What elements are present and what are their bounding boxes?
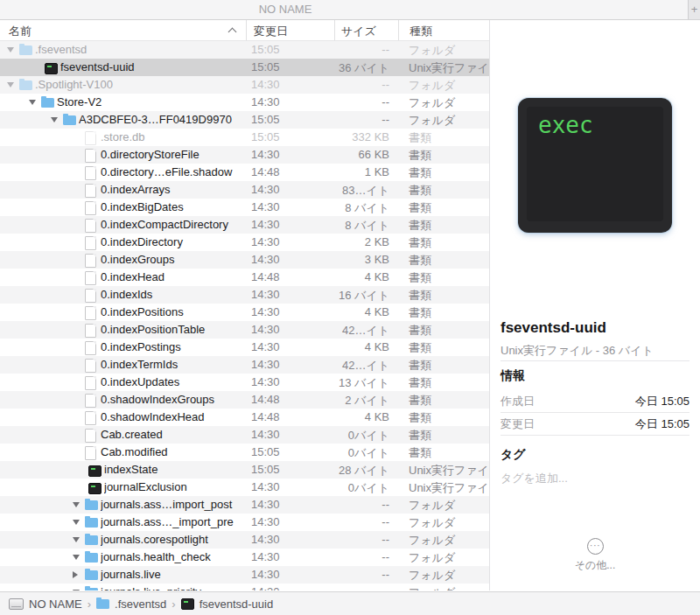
disclosure-triangle-open[interactable] <box>51 117 58 122</box>
file-size: 28 バイト <box>326 463 389 479</box>
breadcrumb-item[interactable]: NO NAME <box>9 598 82 611</box>
file-date: 14:30 <box>251 183 280 196</box>
file-date: 14:30 <box>251 358 280 371</box>
file-row[interactable]: .Spotlight-V10014:30--フォルダ <box>0 76 489 94</box>
file-row[interactable]: 0.indexPositionTable14:3042…イト書類 <box>0 321 489 339</box>
plus-icon: + <box>691 3 698 16</box>
file-name: 0.indexCompactDirectory <box>101 218 242 231</box>
file-row[interactable]: journals.ass…import_post14:30--フォルダ <box>0 496 489 514</box>
tags-section-heading: タグ <box>500 447 526 463</box>
file-row[interactable]: journals.live_priority14:30--フォルダ <box>0 584 489 591</box>
file-row[interactable]: journalExclusion14:300バイトUnix実行ファイル <box>0 479 489 496</box>
disclosure-triangle-closed[interactable] <box>73 571 78 578</box>
disclosure-triangle-open[interactable] <box>73 520 80 525</box>
file-name: 0.indexUpdates <box>101 375 242 388</box>
info-label: 変更日 <box>500 416 535 432</box>
file-row[interactable]: 0.indexHead14:484 KB書類 <box>0 269 489 286</box>
file-row[interactable]: journals.live14:30--フォルダ <box>0 566 489 584</box>
file-kind: 書類 <box>409 148 489 164</box>
column-header-name[interactable]: 名前 <box>9 24 32 39</box>
file-row[interactable]: 0.directoryStoreFile14:3066 KB書類 <box>0 146 489 164</box>
file-row[interactable]: 0.indexUpdates14:3013 バイト書類 <box>0 374 489 391</box>
window-title: NO NAME <box>0 0 570 19</box>
file-row[interactable]: 0.indexArrays14:3083…イト書類 <box>0 181 489 199</box>
column-divider[interactable] <box>246 20 247 40</box>
file-row[interactable]: fseventsd-uuid15:0536 バイトUnix実行ファイル <box>0 59 489 76</box>
column-header-kind[interactable]: 種類 <box>410 24 432 39</box>
disclosure-triangle-open[interactable] <box>29 100 36 105</box>
document-icon <box>85 429 96 443</box>
file-date: 14:30 <box>251 568 280 581</box>
file-kind: Unix実行ファイル <box>409 60 489 76</box>
file-row[interactable]: 0.indexGroups14:303 KB書類 <box>0 251 489 269</box>
exec-file-icon <box>45 63 58 74</box>
file-name: .store.db <box>101 130 242 143</box>
file-name: 0.indexPositionTable <box>101 323 242 336</box>
file-row[interactable]: journals.corespotlight14:30--フォルダ <box>0 531 489 549</box>
disclosure-triangle-open[interactable] <box>7 82 14 87</box>
breadcrumb-label: NO NAME <box>29 598 82 611</box>
file-size: 83…イト <box>326 183 389 199</box>
info-value: 今日 15:05 <box>635 416 690 432</box>
file-kind: 書類 <box>409 165 489 181</box>
file-date: 15:05 <box>251 60 280 73</box>
file-row[interactable]: 0.indexTermIds14:3042…イト書類 <box>0 356 489 374</box>
file-row[interactable]: A3DCBFE0-3…FF0419D997015:05--フォルダ <box>0 111 489 129</box>
file-kind: フォルダ <box>409 43 489 59</box>
file-row[interactable]: .store.db15:05332 KB書類 <box>0 129 489 146</box>
file-row[interactable]: 0.directory…eFile.shadow14:481 KB書類 <box>0 164 489 181</box>
disclosure-triangle-open[interactable] <box>73 502 80 507</box>
new-tab-button[interactable]: + <box>688 0 700 19</box>
file-name: Cab.created <box>101 428 242 441</box>
file-kind: 書類 <box>409 323 489 339</box>
disclosure-triangle-open[interactable] <box>73 537 80 542</box>
folder-icon <box>85 570 98 580</box>
file-size: 1 KB <box>326 165 389 178</box>
column-header-date[interactable]: 変更日 <box>254 24 288 39</box>
breadcrumb-item[interactable]: fseventsd-uuid <box>181 598 274 611</box>
file-name: 0.indexGroups <box>101 253 242 266</box>
file-row[interactable]: 0.indexCompactDirectory14:308 バイト書類 <box>0 216 489 234</box>
disclosure-triangle-open[interactable] <box>73 555 80 560</box>
file-row[interactable]: 0.shadowIndexHead14:484 KB書類 <box>0 409 489 426</box>
file-row[interactable]: journals.health_check14:30--フォルダ <box>0 549 489 566</box>
disclosure-triangle-open[interactable] <box>7 47 14 52</box>
breadcrumb-item[interactable]: .fseventsd <box>96 598 166 611</box>
file-name: journalExclusion <box>104 480 242 493</box>
breadcrumb-separator: › <box>172 598 175 611</box>
info-row: 作成日今日 15:05 <box>500 390 690 413</box>
file-name: indexState <box>104 463 242 476</box>
document-icon <box>85 184 96 198</box>
file-date: 14:30 <box>251 515 280 528</box>
file-date: 14:30 <box>251 533 280 546</box>
show-more-button[interactable]: ··· その他... <box>490 536 700 573</box>
column-divider[interactable] <box>334 20 335 40</box>
file-date: 14:30 <box>251 340 280 353</box>
file-name: 0.shadowIndexHead <box>101 410 242 423</box>
file-date: 14:30 <box>251 550 280 563</box>
file-row[interactable]: 0.indexDirectory14:302 KB書類 <box>0 234 489 251</box>
file-row[interactable]: 0.indexPositions14:304 KB書類 <box>0 304 489 321</box>
file-row[interactable]: 0.indexPostings14:304 KB書類 <box>0 339 489 356</box>
file-row[interactable]: Store-V214:30--フォルダ <box>0 94 489 111</box>
file-size: 0バイト <box>326 480 389 496</box>
exec-file-icon <box>88 483 102 494</box>
file-row[interactable]: journals.ass…_import_pre14:30--フォルダ <box>0 514 489 531</box>
file-date: 14:30 <box>251 148 280 161</box>
file-row[interactable]: indexState15:0528 バイトUnix実行ファイル <box>0 461 489 479</box>
file-row[interactable]: 0.indexIds14:3016 バイト書類 <box>0 286 489 304</box>
document-icon <box>85 394 96 408</box>
file-row[interactable]: Cab.modified15:050バイト書類 <box>0 444 489 461</box>
column-divider[interactable] <box>398 20 399 40</box>
file-size: 13 バイト <box>326 375 389 391</box>
add-tags-field[interactable]: タグを追加... <box>500 471 568 486</box>
file-name: journals.ass…_import_pre <box>101 515 242 528</box>
file-size: 42…イト <box>326 323 389 339</box>
file-name: 0.directoryStoreFile <box>101 148 242 161</box>
file-row[interactable]: 0.indexBigDates14:308 バイト書類 <box>0 199 489 216</box>
file-row[interactable]: 0.shadowIndexGroups14:482 バイト書類 <box>0 391 489 409</box>
file-row[interactable]: .fseventsd15:05--フォルダ <box>0 41 489 59</box>
column-header-size[interactable]: サイズ <box>341 24 376 39</box>
disclosure-triangle-open[interactable] <box>73 590 80 591</box>
file-row[interactable]: Cab.created14:300バイト書類 <box>0 426 489 444</box>
